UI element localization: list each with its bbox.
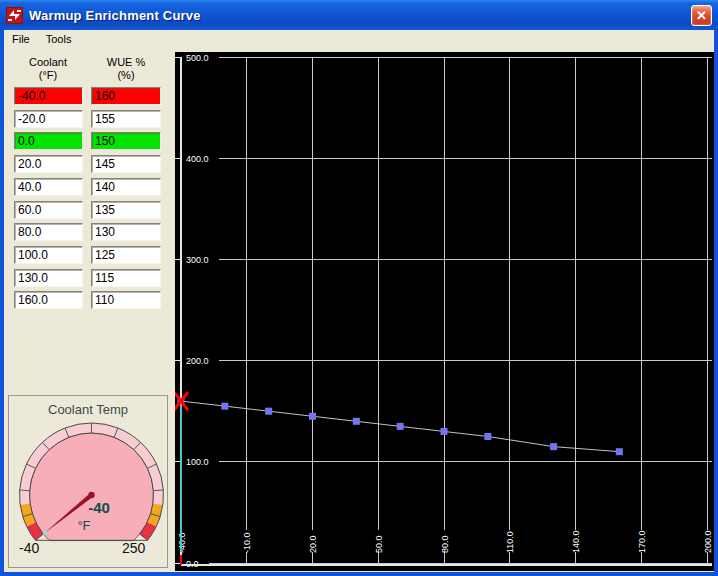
- coolant-cell-5[interactable]: 60.0: [14, 201, 83, 219]
- column-unit: (%): [90, 69, 162, 82]
- client-area: File Tools Coolant (°F) WUE % (%) -40.01…: [4, 30, 714, 572]
- x-tick-label: -10.0: [242, 532, 252, 553]
- x-tick-label: 140.0: [571, 530, 581, 553]
- column-header-coolant: Coolant (°F): [12, 56, 84, 82]
- wue-cell-3[interactable]: 145: [91, 155, 161, 173]
- y-tick-label: 300.0: [186, 255, 209, 265]
- wue-curve-plot[interactable]: 0.0100.0200.0300.0400.0500.0-40.0-10.020…: [175, 52, 714, 571]
- coolant-cell-0[interactable]: -40.0: [14, 87, 83, 105]
- wue-cell-7[interactable]: 125: [91, 246, 161, 264]
- coolant-gauge-panel: Coolant Temp -40 °F -40 250: [8, 395, 168, 568]
- curve-point-4[interactable]: [353, 418, 360, 425]
- menubar: File Tools: [4, 30, 714, 48]
- wue-cell-4[interactable]: 140: [91, 178, 161, 196]
- wue-cell-1[interactable]: 155: [91, 110, 161, 128]
- coolant-cell-2[interactable]: 0.0: [14, 132, 83, 150]
- x-tick-label: 80.0: [440, 535, 450, 553]
- close-button[interactable]: ✕: [691, 5, 712, 26]
- gauge-min-label: -40: [19, 540, 39, 556]
- column-header-wue: WUE % (%): [90, 56, 162, 82]
- gauge-title: Coolant Temp: [9, 402, 167, 417]
- y-tick-label: 400.0: [186, 154, 209, 164]
- gauge-unit: °F: [21, 518, 147, 533]
- coolant-cell-7[interactable]: 100.0: [14, 246, 83, 264]
- y-tick-label: 100.0: [186, 457, 209, 467]
- wue-cell-0[interactable]: 160: [91, 87, 161, 105]
- coolant-cell-1[interactable]: -20.0: [14, 110, 83, 128]
- x-tick-label: 200.0: [703, 530, 713, 553]
- x-tick-label: 170.0: [637, 530, 647, 553]
- curve-point-2[interactable]: [265, 408, 272, 415]
- y-tick-label: 500.0: [186, 53, 209, 63]
- app-window: Warmup Enrichment Curve ✕ File Tools Coo…: [0, 0, 718, 576]
- coolant-cell-8[interactable]: 130.0: [14, 269, 83, 287]
- gauge-needle-pivot: [88, 492, 94, 498]
- wue-cell-8[interactable]: 115: [91, 269, 161, 287]
- curve-point-8[interactable]: [550, 443, 557, 450]
- coolant-cell-6[interactable]: 80.0: [14, 223, 83, 241]
- column-unit: (°F): [12, 69, 84, 82]
- menu-file[interactable]: File: [4, 31, 38, 47]
- wue-cell-6[interactable]: 130: [91, 223, 161, 241]
- curve-point-1[interactable]: [221, 403, 228, 410]
- curve-point-9[interactable]: [616, 448, 623, 455]
- titlebar[interactable]: Warmup Enrichment Curve ✕: [0, 0, 718, 30]
- coolant-cell-4[interactable]: 40.0: [14, 178, 83, 196]
- curve-point-7[interactable]: [484, 433, 491, 440]
- curve-point-6[interactable]: [441, 428, 448, 435]
- gauge-max-label: 250: [122, 540, 145, 556]
- wue-chart: 0.0100.0200.0300.0400.0500.0-40.0-10.020…: [175, 52, 714, 571]
- curve-point-5[interactable]: [397, 423, 404, 430]
- y-tick-label: 0.0: [186, 559, 199, 569]
- wue-cell-9[interactable]: 110: [91, 291, 161, 309]
- gauge-value: -40: [39, 499, 159, 516]
- column-title: Coolant: [12, 56, 84, 69]
- coolant-cell-9[interactable]: 160.0: [14, 291, 83, 309]
- x-tick-label: 110.0: [505, 531, 515, 553]
- curve-point-3[interactable]: [309, 413, 316, 420]
- y-tick-label: 200.0: [186, 356, 209, 366]
- x-tick-label: 50.0: [374, 535, 384, 553]
- window-title: Warmup Enrichment Curve: [29, 8, 691, 23]
- menu-tools[interactable]: Tools: [38, 31, 80, 47]
- coolant-cell-3[interactable]: 20.0: [14, 155, 83, 173]
- x-tick-label: 20.0: [308, 535, 318, 553]
- wue-cell-2[interactable]: 150: [91, 132, 161, 150]
- app-icon: [6, 7, 23, 24]
- wue-cell-5[interactable]: 135: [91, 201, 161, 219]
- column-title: WUE %: [90, 56, 162, 69]
